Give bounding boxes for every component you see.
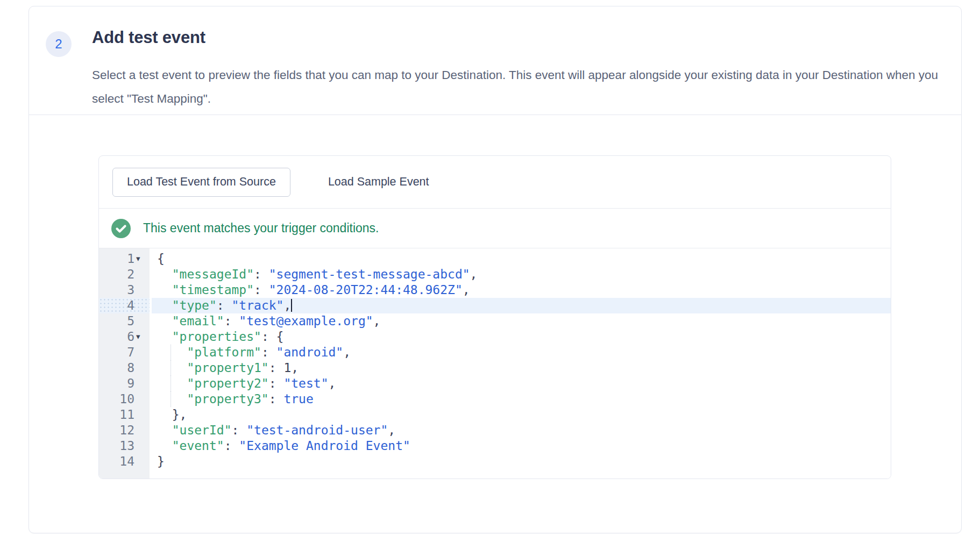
fold-spacer [134, 267, 150, 282]
line-number: 12 [99, 423, 134, 438]
line-number: 6 [99, 329, 134, 345]
line-gutter: 8 [99, 360, 150, 376]
code-line[interactable]: 10 "property3": true [99, 391, 891, 407]
fold-spacer [134, 345, 150, 360]
fold-arrow-icon[interactable]: ▾ [134, 329, 150, 345]
fold-spacer [134, 407, 150, 423]
line-gutter: 14 [99, 454, 150, 469]
line-gutter: 10 [99, 391, 150, 407]
code-content: } [150, 454, 891, 469]
code-line[interactable]: 7 "platform": "android", [99, 345, 891, 360]
code-content: "property2": "test", [150, 376, 891, 391]
fold-spacer [134, 360, 150, 376]
load-test-event-from-source-button[interactable]: Load Test Event from Source [112, 168, 290, 197]
header-divider [29, 115, 961, 115]
text-cursor [291, 299, 292, 312]
line-number: 13 [99, 438, 134, 454]
fold-spacer [134, 423, 150, 438]
code-content: "platform": "android", [150, 345, 891, 360]
step-number-badge: 2 [46, 31, 72, 57]
code-line[interactable]: 11 }, [99, 407, 891, 423]
step-number: 2 [55, 37, 62, 52]
code-line[interactable]: 5 "email": "test@example.org", [99, 313, 891, 329]
line-number: 8 [99, 360, 134, 376]
fold-spacer [134, 282, 150, 298]
load-sample-event-button[interactable]: Load Sample Event [324, 168, 434, 197]
line-gutter: 11 [99, 407, 150, 423]
code-content: "userId": "test-android-user", [150, 423, 891, 438]
code-content: "event": "Example Android Event" [150, 438, 891, 454]
fold-arrow-icon[interactable]: ▾ [134, 251, 150, 267]
line-number: 4 [99, 298, 134, 313]
code-content: }, [150, 407, 891, 423]
line-number: 3 [99, 282, 134, 298]
code-line[interactable]: 12 "userId": "test-android-user", [99, 423, 891, 438]
json-editor[interactable]: 1▾{2 "messageId": "segment-test-message-… [99, 248, 891, 479]
trigger-match-status: This event matches your trigger conditio… [99, 209, 891, 248]
code-line[interactable]: 9 "property2": "test", [99, 376, 891, 391]
code-line[interactable]: 6▾ "properties": { [99, 329, 891, 345]
line-gutter: 9 [99, 376, 150, 391]
fold-spacer [134, 391, 150, 407]
check-circle-icon [111, 219, 131, 238]
add-test-event-card: 2 Add test event Select a test event to … [29, 6, 962, 533]
line-gutter: 4 [99, 298, 150, 313]
code-line[interactable]: 1▾{ [99, 251, 891, 267]
code-content: "properties": { [150, 329, 891, 345]
fold-spacer [134, 298, 150, 313]
fold-spacer [134, 313, 150, 329]
code-content: "messageId": "segment-test-message-abcd"… [150, 267, 891, 282]
line-number: 1 [99, 251, 134, 267]
line-number: 5 [99, 313, 134, 329]
line-number: 2 [99, 267, 134, 282]
fold-spacer [134, 438, 150, 454]
fold-spacer [134, 454, 150, 469]
fold-spacer [134, 376, 150, 391]
test-event-panel: Load Test Event from Source Load Sample … [98, 155, 891, 479]
code-line[interactable]: 3 "timestamp": "2024-08-20T22:44:48.962Z… [99, 282, 891, 298]
line-gutter: 1▾ [99, 251, 150, 267]
line-number: 7 [99, 345, 134, 360]
line-gutter: 3 [99, 282, 150, 298]
code-content: "property1": 1, [150, 360, 891, 376]
line-number: 9 [99, 376, 134, 391]
step-description: Select a test event to preview the field… [92, 63, 947, 111]
code-content: "timestamp": "2024-08-20T22:44:48.962Z", [150, 282, 891, 298]
status-message: This event matches your trigger conditio… [143, 221, 379, 235]
code-content: "type": "track", [152, 298, 891, 313]
code-content: { [150, 251, 891, 267]
line-number: 10 [99, 391, 134, 407]
line-gutter: 2 [99, 267, 150, 282]
line-gutter: 13 [99, 438, 150, 454]
code-line[interactable]: 13 "event": "Example Android Event" [99, 438, 891, 454]
line-gutter: 7 [99, 345, 150, 360]
code-line[interactable]: 4 "type": "track", [99, 298, 891, 313]
line-gutter: 6▾ [99, 329, 150, 345]
code-content: "email": "test@example.org", [150, 313, 891, 329]
line-gutter: 12 [99, 423, 150, 438]
page-title: Add test event [92, 28, 205, 47]
line-gutter: 5 [99, 313, 150, 329]
code-line[interactable]: 2 "messageId": "segment-test-message-abc… [99, 267, 891, 282]
event-source-button-row: Load Test Event from Source Load Sample … [99, 156, 891, 208]
code-line[interactable]: 14} [99, 454, 891, 469]
code-line[interactable]: 8 "property1": 1, [99, 360, 891, 376]
line-number: 14 [99, 454, 134, 469]
line-number: 11 [99, 407, 134, 423]
code-content: "property3": true [150, 391, 891, 407]
